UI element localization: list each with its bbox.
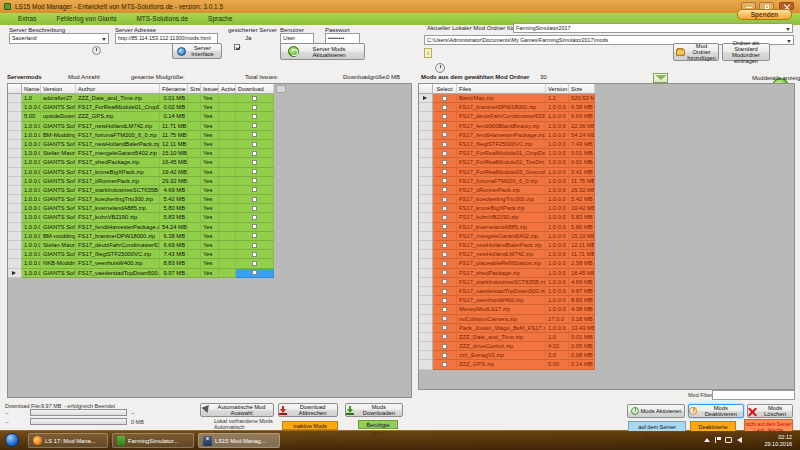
select-checkbox[interactable] xyxy=(442,123,447,128)
server-description-select[interactable]: Sauerland xyxy=(9,33,109,44)
download-mods-button[interactable]: Mods Downloaden xyxy=(345,403,403,417)
table-row[interactable]: FS17_starkIndustriesSCT635B.zip1.0.0.04.… xyxy=(419,278,794,287)
table-row[interactable]: 1.0.0.0Stefan MaurusFS17_mengeleGarant54… xyxy=(8,149,411,158)
table-row[interactable]: 1.0.0.0GIANTS SoftwareFS17_shedPackage.z… xyxy=(8,158,411,167)
download-checkbox[interactable] xyxy=(252,114,257,119)
update-server-mods-button[interactable]: Server Mods Aktualisieren xyxy=(280,43,365,60)
download-checkbox[interactable] xyxy=(252,151,257,156)
table-row[interactable]: FS17_ForRealModule03_GroundResponse.zip1… xyxy=(419,168,794,177)
table-row[interactable]: FS17_fendt900BlackBeauty.zip1.0.0.022.36… xyxy=(419,122,794,131)
table-row[interactable]: ZZZ_GPS.zip5.000.14 MB xyxy=(419,360,794,369)
table-row[interactable]: 1.0.0.0GIANTS SoftwareFS17_kuhnVB2190.zi… xyxy=(8,213,411,222)
action-center-flag-icon[interactable] xyxy=(715,437,720,443)
column-header[interactable]: Filename xyxy=(160,84,188,94)
network-icon[interactable] xyxy=(725,437,732,443)
table-row[interactable]: FS17_koeckerlingTrio300.zip1.0.0.05.42 M… xyxy=(419,195,794,204)
table-row[interactable]: FS17_kroneBigXPack.zip1.0.0.019.42 MB xyxy=(419,204,794,213)
table-row[interactable]: FS17_shedPackage.zip1.0.0.016.45 MB xyxy=(419,269,794,278)
table-row[interactable]: FS17_fendtHarvesterPackage.zip1.0.0.054.… xyxy=(419,131,794,140)
download-checkbox[interactable] xyxy=(252,243,257,248)
table-row[interactable]: 1.0.0.0GIANTS SoftwareFS17_newHollandLM7… xyxy=(8,122,411,131)
select-checkbox[interactable] xyxy=(442,132,447,137)
taskbar-clock[interactable]: 02:12 29.10.2016 xyxy=(764,434,792,448)
select-checkbox[interactable] xyxy=(442,316,447,321)
table-row[interactable]: 5.00upsideDownZZZ_GPS.zip0.14 MBYes xyxy=(8,112,411,121)
auto-mod-select-button[interactable]: Automatische Mod Auswahl xyxy=(200,403,274,417)
column-header[interactable]: Files xyxy=(457,84,546,94)
table-row[interactable]: FS17_ForRealModule02_TireDirt.zip1.0.0.0… xyxy=(419,158,794,167)
select-checkbox[interactable] xyxy=(442,334,447,339)
select-checkbox[interactable] xyxy=(442,114,447,119)
select-checkbox[interactable] xyxy=(442,96,447,101)
table-row[interactable]: 1.0.0.0GIANTS SoftwareFS17_vaederstadTop… xyxy=(8,269,411,278)
taskbar-item-modmanager[interactable]: LS15 Mod Manag... xyxy=(198,433,280,448)
column-header[interactable]: Author xyxy=(76,84,160,94)
tray-expand-icon[interactable] xyxy=(704,438,710,442)
select-checkbox[interactable] xyxy=(442,298,447,303)
column-header[interactable]: Name xyxy=(22,84,41,94)
download-checkbox[interactable] xyxy=(252,160,257,165)
download-checkbox[interactable] xyxy=(252,132,257,137)
column-header[interactable]: Download xyxy=(236,84,274,94)
game-select[interactable]: FarmingSimulator2017 xyxy=(513,23,793,33)
download-checkbox[interactable] xyxy=(252,206,257,211)
table-row[interactable]: 1.0.0.0Stefan MaurusFS17_deutzFahrCondim… xyxy=(8,241,411,250)
menu-item-mts[interactable]: MTS-Solutions.de xyxy=(136,13,188,25)
table-row[interactable]: FS17_mengeleGarant5402.zip1.0.0.015.10 M… xyxy=(419,232,794,241)
start-button[interactable] xyxy=(5,433,19,447)
table-row[interactable]: ZZZ_Date_and_Time.zip1.00.01 MB xyxy=(419,333,794,342)
open-folder-icon[interactable] xyxy=(653,73,668,83)
spenden-button[interactable]: Spenden xyxy=(737,9,792,20)
download-checkbox[interactable] xyxy=(252,215,257,220)
download-checkbox[interactable] xyxy=(252,123,257,128)
download-checkbox[interactable] xyxy=(252,169,257,174)
select-checkbox[interactable] xyxy=(442,224,447,229)
select-checkbox[interactable] xyxy=(442,178,447,183)
table-row[interactable]: FS17_newHollandLM742.zip1.0.0.011.71 MB xyxy=(419,250,794,259)
column-header[interactable]: Issues xyxy=(201,84,219,94)
table-row[interactable]: 1.0.0.0GIANTS SoftwareFS17_ForRealModule… xyxy=(8,103,411,112)
select-checkbox[interactable] xyxy=(442,362,447,367)
download-checkbox[interactable] xyxy=(252,252,257,257)
table-row[interactable]: 1.0.0.0GIANTS SoftwareFS17_kvernelandA88… xyxy=(8,204,411,213)
column-header[interactable]: Select xyxy=(433,84,457,94)
select-checkbox[interactable] xyxy=(442,187,447,192)
select-checkbox[interactable] xyxy=(442,169,447,174)
select-checkbox[interactable] xyxy=(442,206,447,211)
column-header[interactable]: Size xyxy=(188,84,201,94)
table-row[interactable]: 1.0.0.0GIANTS SoftwareFS17_newHollandBal… xyxy=(8,140,411,149)
download-checkbox[interactable] xyxy=(252,261,257,266)
select-checkbox[interactable] xyxy=(442,261,447,266)
table-row[interactable]: FS17_deutzFahrCondimaster6331.zip1.0.0.0… xyxy=(419,112,794,121)
select-checkbox[interactable] xyxy=(442,215,447,220)
table-row[interactable]: 1.0.0.0GIANTS SoftwareFS17_koeckerlingTr… xyxy=(8,195,411,204)
table-row[interactable]: 1.0.0.0NKB-ModdingFS17_veenhuisW400.zip8… xyxy=(8,259,411,268)
table-row[interactable]: FS17_kuhnVB2190.zip1.0.0.05.83 MB xyxy=(419,213,794,222)
select-checkbox[interactable] xyxy=(442,307,447,312)
select-checkbox[interactable] xyxy=(442,142,447,147)
taskbar-item-game[interactable]: FarmingSimulator... xyxy=(112,433,194,448)
select-checkbox[interactable] xyxy=(442,105,447,110)
table-row[interactable]: 1.0.0.0GIANTS SoftwareFS17_fendtHarveste… xyxy=(8,223,411,232)
table-row[interactable]: MoneyModLS17.zip1.0.0.04.38 MB xyxy=(419,305,794,314)
table-row[interactable]: FS17_kvernelandA885.zip1.0.0.05.80 MB xyxy=(419,223,794,232)
table-row[interactable]: FS17_newHollandBalerPack.zip1.0.0.012.11… xyxy=(419,241,794,250)
select-checkbox[interactable] xyxy=(442,197,447,202)
cancel-download-button[interactable]: Download Abbrechen xyxy=(278,403,338,417)
menu-item-extras[interactable]: Extras xyxy=(18,13,36,25)
table-row[interactable]: 1.0adcrafter27ZZZ_Date_and_Time.zip0.01 … xyxy=(8,94,411,103)
download-checkbox[interactable] xyxy=(252,178,257,183)
activate-mods-button[interactable]: Mods Aktivieren xyxy=(627,404,685,418)
set-default-folder-button[interactable]: Ordner als Standard Modordner eintragen xyxy=(722,43,770,61)
table-row[interactable]: ZZZ_driveControl.zip4.020.05 MB xyxy=(419,342,794,351)
download-checkbox[interactable] xyxy=(252,187,257,192)
table-row[interactable]: FS17_brantnerDPW18000.zip1.0.0.06.38 MB xyxy=(419,103,794,112)
download-checkbox[interactable] xyxy=(252,105,257,110)
table-row[interactable]: FS17_placeableRefillStation.zip1.0.0.02.… xyxy=(419,259,794,268)
volume-icon[interactable] xyxy=(737,437,742,443)
table-row[interactable]: FS17_fortunaFTM200_6_0.zip1.0.0.011.75 M… xyxy=(419,177,794,186)
table-row[interactable]: FS17_flieglSTF25000VC.zip1.0.0.07.43 MB xyxy=(419,140,794,149)
table-row[interactable]: 1.0.0.0BM-ModdingFS17_fortunaFTM200_6_0.… xyxy=(8,131,411,140)
download-checkbox[interactable] xyxy=(252,224,257,229)
column-header[interactable]: Version xyxy=(41,84,76,94)
